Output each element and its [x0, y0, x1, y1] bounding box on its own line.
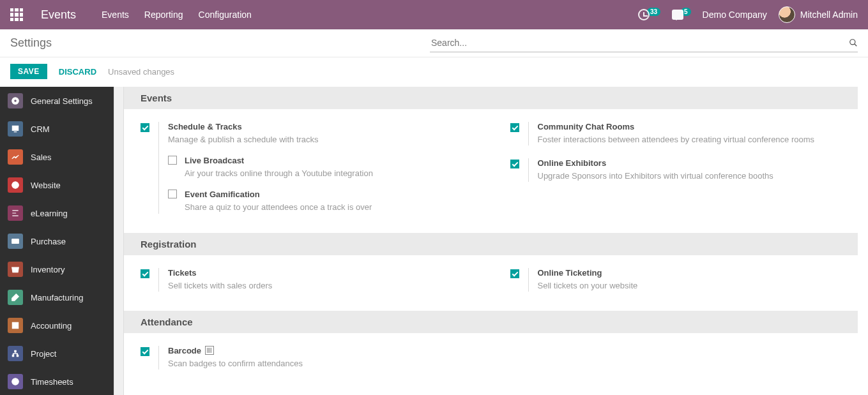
sidebar-item-label: eLearning	[31, 209, 68, 218]
nav-link-reporting[interactable]: Reporting	[144, 10, 183, 20]
sidebar-item-label: Project	[31, 349, 56, 359]
setting-online-exhibitors: Online Exhibitors Upgrade Sponsors into …	[510, 158, 842, 182]
sidebar-item-label: Purchase	[31, 237, 66, 246]
sidebar-item-general-settings[interactable]: General Settings	[0, 87, 114, 115]
events-col-left: Schedule & Tracks Manage & publish a sch…	[141, 122, 472, 214]
divider	[158, 346, 159, 369]
checkbox-live-broadcast[interactable]	[168, 156, 177, 165]
app-icon	[8, 374, 23, 389]
messages-indicator[interactable]: 5	[672, 10, 691, 20]
app-icon	[8, 262, 23, 277]
section-header-registration: Registration	[124, 233, 858, 255]
setting-event-gamification: Event Gamification Share a quiz to your …	[168, 190, 472, 213]
app-icon	[8, 318, 23, 333]
user-menu[interactable]: Mitchell Admin	[779, 6, 858, 23]
divider	[528, 122, 529, 145]
events-col-right: Community Chat Rooms Foster interactions…	[510, 122, 842, 214]
user-name: Mitchell Admin	[800, 10, 858, 20]
app-brand[interactable]: Events	[41, 8, 76, 22]
settings-sidebar: General SettingsCRMSalesWebsiteeLearning…	[0, 87, 114, 395]
sidebar-item-crm[interactable]: CRM	[0, 115, 114, 143]
sidebar-item-elearning[interactable]: eLearning	[0, 199, 114, 227]
svg-point-0	[850, 40, 855, 45]
checkbox-schedule-tracks[interactable]	[141, 123, 149, 132]
discard-button[interactable]: DISCARD	[59, 67, 96, 77]
chat-icon	[672, 10, 683, 20]
setting-title: Live Broadcast	[185, 156, 472, 165]
setting-title: Barcode	[168, 346, 472, 355]
company-switcher[interactable]: Demo Company	[703, 10, 767, 20]
app-icon	[8, 149, 23, 165]
checkbox-tickets[interactable]	[141, 269, 149, 278]
scrollbar-gutter[interactable]	[114, 87, 124, 395]
sidebar-item-sales[interactable]: Sales	[0, 143, 114, 171]
sidebar-item-manufacturing[interactable]: Manufacturing	[0, 283, 114, 311]
setting-title: Schedule & Tracks	[168, 122, 472, 131]
svg-rect-3	[12, 239, 19, 244]
sidebar-item-label: Sales	[31, 153, 52, 162]
setting-desc: Share a quiz to your attendees once a tr…	[185, 202, 472, 213]
unsaved-indicator: Unsaved changes	[108, 67, 174, 77]
sidebar-item-label: CRM	[31, 124, 50, 134]
sidebar-item-inventory[interactable]: Inventory	[0, 255, 114, 283]
sidebar-item-label: Accounting	[31, 321, 72, 331]
search-wrap	[430, 34, 858, 52]
setting-title: Event Gamification	[185, 190, 472, 199]
search-icon[interactable]	[849, 38, 858, 47]
section-header-attendance: Attendance	[124, 311, 858, 333]
nav-link-configuration[interactable]: Configuration	[199, 10, 252, 20]
svg-line-1	[855, 44, 857, 47]
app-icon	[8, 234, 23, 249]
main: General SettingsCRMSalesWebsiteeLearning…	[0, 87, 868, 395]
setting-community-chat: Community Chat Rooms Foster interactions…	[510, 122, 842, 145]
apps-icon[interactable]	[10, 8, 23, 21]
activity-indicator[interactable]: 33	[638, 9, 660, 20]
setting-barcode: Barcode Scan badges to confirm attendanc…	[141, 346, 472, 369]
sidebar-item-label: Inventory	[31, 265, 65, 274]
section-header-events: Events	[124, 87, 858, 109]
setting-desc: Sell tickets with sales orders	[168, 280, 472, 292]
avatar-icon	[779, 6, 795, 23]
checkbox-barcode[interactable]	[141, 347, 149, 356]
save-button[interactable]: SAVE	[10, 64, 47, 79]
section-body-events: Schedule & Tracks Manage & publish a sch…	[124, 109, 858, 233]
sidebar-item-website[interactable]: Website	[0, 171, 114, 199]
nav-links: Events Reporting Configuration	[102, 10, 252, 20]
sidebar-item-timesheets[interactable]: Timesheets	[0, 368, 114, 395]
divider	[528, 158, 529, 182]
checkbox-online-ticketing[interactable]	[510, 269, 519, 278]
setting-title: Community Chat Rooms	[538, 122, 842, 131]
divider	[158, 122, 159, 214]
clock-icon	[638, 9, 650, 20]
checkbox-online-exhibitors[interactable]	[510, 160, 519, 168]
setting-desc: Scan badges to confirm attendances	[168, 358, 472, 369]
checkbox-event-gamification[interactable]	[168, 190, 177, 198]
app-icon	[8, 121, 23, 137]
setting-desc: Foster interactions between attendees by…	[538, 134, 842, 145]
sidebar-item-purchase[interactable]: Purchase	[0, 227, 114, 255]
barcode-icon	[205, 346, 214, 355]
page-title: Settings	[10, 36, 52, 50]
setting-desc: Upgrade Sponsors into Exhibitors with vi…	[538, 170, 842, 182]
setting-desc: Sell tickets on your website	[538, 280, 842, 292]
app-icon	[8, 93, 23, 108]
settings-content: Events Schedule & Tracks Manage & publis…	[124, 87, 868, 395]
sidebar-item-label: General Settings	[31, 96, 93, 106]
setting-desc: Manage & publish a schedule with tracks	[168, 134, 472, 145]
sidebar-item-project[interactable]: Project	[0, 339, 114, 368]
setting-desc: Air your tracks online through a Youtube…	[185, 168, 472, 179]
section-body-attendance: Barcode Scan badges to confirm attendanc…	[124, 333, 858, 389]
sidebar-item-accounting[interactable]: Accounting	[0, 311, 114, 339]
app-icon	[8, 177, 23, 193]
setting-title: Tickets	[168, 268, 472, 278]
top-nav: Events Events Reporting Configuration 33…	[0, 0, 868, 29]
setting-live-broadcast: Live Broadcast Air your tracks online th…	[168, 156, 472, 179]
divider	[158, 268, 159, 292]
search-input[interactable]	[430, 34, 849, 52]
nav-link-events[interactable]: Events	[102, 10, 129, 20]
sidebar-item-label: Timesheets	[31, 377, 73, 387]
section-body-registration: Tickets Sell tickets with sales orders O…	[124, 255, 858, 311]
top-nav-right: 33 5 Demo Company Mitchell Admin	[638, 6, 858, 23]
checkbox-community-chat[interactable]	[510, 123, 519, 132]
setting-online-ticketing: Online Ticketing Sell tickets on your we…	[510, 268, 842, 292]
